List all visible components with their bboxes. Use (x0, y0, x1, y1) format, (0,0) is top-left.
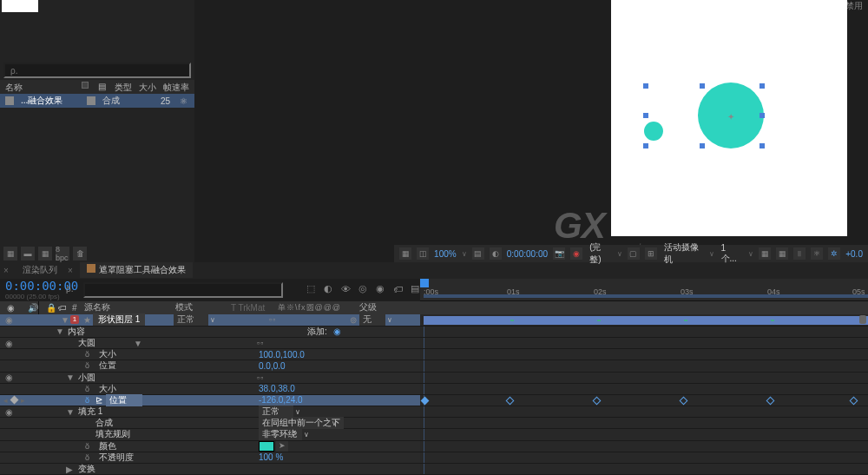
shape-group-name[interactable]: 大圆 (76, 337, 95, 349)
keyframe[interactable] (506, 396, 515, 405)
mask-icon[interactable]: ◫ (417, 247, 429, 260)
visibility-toggle[interactable]: ◉ (0, 315, 17, 325)
stopwatch-icon[interactable]: ŏ (85, 396, 89, 405)
col-name[interactable]: 名称 (5, 82, 75, 92)
project-search-input[interactable] (3, 63, 191, 78)
preview-time[interactable]: 0:00:00:00 (507, 249, 548, 259)
layer-name[interactable]: 形状图层 1 (93, 313, 145, 326)
tab-composition[interactable]: 遮罩阻塞工具融合效果 (80, 262, 193, 278)
twirl-icon[interactable]: ▼ (64, 339, 135, 348)
flowchart-icon[interactable]: ⚛ (177, 96, 189, 106)
property-row[interactable]: ŏ 大小 38.0,38.0 (0, 384, 868, 395)
twirl-icon[interactable]: ▼ (64, 407, 73, 417)
twirl-icon[interactable]: ▼ (54, 327, 62, 336)
graph-editor-icon[interactable]: 🏷 (391, 282, 404, 296)
transform-group[interactable]: 变换 (76, 463, 95, 475)
frame-blend-icon[interactable]: ◎ (356, 282, 370, 296)
property-group-row[interactable]: ▼ 内容 添加: ◉ (0, 327, 868, 338)
exposure-icon[interactable]: ◐ (490, 247, 502, 260)
shape-group-name[interactable]: 小圆 (76, 372, 95, 384)
blend-mode-dropdown[interactable]: 正常 (174, 313, 208, 326)
new-folder-button[interactable]: ▬ (21, 247, 35, 261)
timeline-search-input[interactable] (83, 282, 283, 298)
close-icon[interactable]: × (68, 266, 76, 275)
stopwatch-icon[interactable]: ŏ (85, 453, 89, 462)
stopwatch-icon[interactable]: ŏ (85, 442, 89, 451)
selection-handle[interactable] (700, 143, 705, 148)
exposure-reset-icon[interactable]: ✲ (828, 247, 840, 260)
col-mode[interactable]: 模式 (172, 301, 224, 313)
visibility-toggle[interactable]: ◉ (0, 407, 17, 417)
col-switches[interactable]: 单※\fx圆@@@ (274, 302, 352, 313)
bpc-button[interactable]: 8 bpc (56, 247, 69, 261)
add-menu-button[interactable]: ◉ (333, 327, 341, 336)
chevron-down-icon[interactable]: ∨ (748, 250, 753, 258)
flowchart-icon[interactable]: ⚛ (811, 247, 823, 260)
selection-handle[interactable] (643, 83, 648, 89)
layer-row[interactable]: ◉ ▼ 1 ★ 形状图层 1 正常 ∨ ▫▫ ⊚ 无 ∨ (0, 314, 868, 327)
views-dropdown[interactable]: 1 个... (720, 243, 743, 265)
keyframe[interactable] (421, 396, 430, 405)
property-row[interactable]: ŏ 位置 0.0,0.0 (0, 360, 868, 372)
project-thumbnail[interactable] (2, 0, 38, 12)
property-row[interactable]: ŏ 颜色 ➤ (0, 441, 868, 452)
add-keyframe-button[interactable] (10, 396, 19, 405)
keyframe[interactable] (593, 396, 602, 405)
selection-handle[interactable] (643, 143, 648, 148)
twirl-icon[interactable]: ▶ (64, 465, 73, 474)
selection-handle[interactable] (760, 113, 765, 118)
tab-render-queue[interactable]: 渲染队列 (16, 262, 64, 278)
comp-mini-flowchart-icon[interactable]: ⬚ (304, 282, 318, 296)
eyedropper-icon[interactable]: ➤ (276, 441, 288, 452)
label-col-icon[interactable]: 🏷 (55, 303, 65, 313)
timeline-icon[interactable]: ⫴ (793, 247, 806, 260)
keyframe-nav[interactable]: ◂▸ (0, 396, 25, 405)
trash-icon[interactable]: 🗑 (73, 247, 87, 261)
stopwatch-icon[interactable]: ŏ (85, 385, 89, 393)
keyframe[interactable] (766, 396, 775, 405)
visibility-toggle[interactable]: ◉ (0, 339, 17, 348)
col-trkmat[interactable]: T TrkMat (227, 303, 271, 313)
grid-icon[interactable]: ▦ (399, 247, 411, 260)
zoom-dropdown[interactable]: 100% (434, 249, 457, 259)
selection-handle[interactable] (700, 83, 705, 89)
prop-value[interactable]: 100.0,100.0 (259, 350, 305, 360)
property-row[interactable]: ŏ 不透明度 100 % (0, 452, 868, 464)
project-item-comp[interactable]: ...融合效果 合成 25 ⚛ (0, 94, 194, 108)
work-area-bar[interactable] (424, 294, 868, 298)
snapshot-icon[interactable]: 📷 (553, 247, 565, 260)
project-body[interactable] (0, 108, 194, 245)
col-fps[interactable]: 帧速率 (163, 82, 189, 92)
property-group-row[interactable]: ◉ ▼ 小圆 ▫▫ (0, 373, 868, 384)
search-icon[interactable]: ρ. (66, 284, 73, 294)
layer-switches[interactable]: ▫▫ (269, 315, 347, 324)
property-group-row[interactable]: ◉ ▼ 填充 1 正常∨ (0, 406, 868, 418)
transparency-icon[interactable]: ⊞ (645, 247, 657, 260)
fill-rule-dropdown[interactable]: 非零环绕 (259, 428, 302, 440)
selection-handle[interactable] (760, 143, 765, 148)
col-source-name[interactable]: 源名称 (81, 301, 168, 313)
fill-mode-dropdown[interactable]: 正常 (259, 406, 293, 418)
fill-group[interactable]: 填充 1 (76, 406, 102, 418)
prop-value[interactable]: 100 % (259, 452, 283, 462)
draft3d-icon[interactable]: ◐ (321, 282, 335, 296)
parent-pickwhip-icon[interactable]: ⊚ (350, 315, 357, 325)
prop-value[interactable]: 38.0,38.0 (259, 384, 295, 393)
exposure-value[interactable]: +0.0 (845, 249, 863, 259)
camera-dropdown[interactable]: 活动摄像机 (662, 241, 704, 266)
chevron-down-icon[interactable]: ∨ (617, 250, 622, 258)
speaker-col-icon[interactable]: 🔊 (24, 303, 35, 313)
cti-head[interactable] (420, 279, 429, 287)
motion-blur-icon[interactable]: ◉ (373, 282, 387, 296)
property-group-row[interactable]: ◉ ▼ 大圆 ▫▫ (0, 338, 868, 349)
region-icon[interactable]: ◉ (570, 247, 582, 260)
col-type[interactable]: 类型 (115, 82, 132, 92)
visibility-toggle[interactable]: ◉ (0, 373, 17, 382)
resolution-dropdown[interactable]: (完整) (588, 241, 611, 266)
color-swatch[interactable] (259, 441, 274, 452)
col-size[interactable]: 大小 (139, 82, 156, 92)
prop-value[interactable]: -126.0,24.0 (259, 395, 303, 405)
twirl-icon[interactable]: ▼ (59, 315, 68, 325)
keyframe[interactable] (850, 396, 858, 405)
twirl-icon[interactable]: ▼ (64, 373, 73, 382)
